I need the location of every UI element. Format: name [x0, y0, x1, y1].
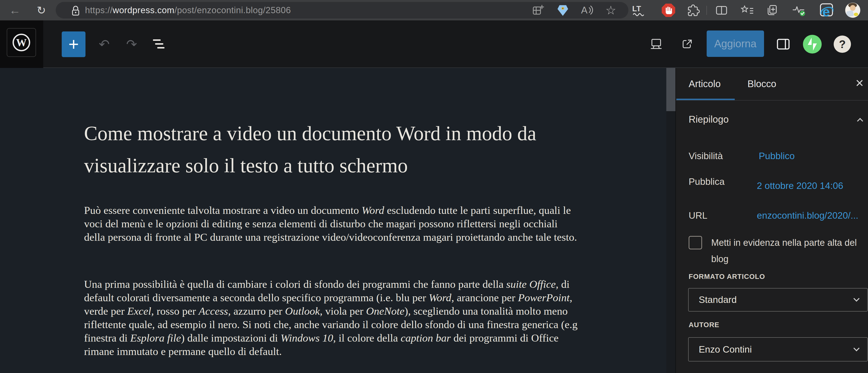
- settings-sidebar-toggle[interactable]: [771, 21, 795, 68]
- extensions-icon[interactable]: [683, 0, 704, 21]
- svg-text:A: A: [581, 5, 588, 15]
- browser-refresh-button[interactable]: ↻: [32, 0, 51, 21]
- address-bar[interactable]: https://wordpress.com/post/enzocontini.b…: [56, 2, 628, 19]
- chevron-down-icon: [854, 296, 859, 302]
- browser-essentials-icon[interactable]: [788, 0, 810, 21]
- author-value: Enzo Contini: [699, 344, 752, 355]
- close-sidebar-icon[interactable]: ×: [856, 76, 864, 90]
- add-favorite-star-icon[interactable]: ☆: [600, 2, 621, 19]
- profile-avatar[interactable]: [845, 3, 860, 18]
- post-format-value: Standard: [699, 294, 737, 305]
- post-format-select[interactable]: Standard: [688, 288, 868, 312]
- summary-panel-title[interactable]: Riepilogo: [689, 114, 729, 125]
- canvas-scrollbar[interactable]: [666, 68, 676, 373]
- visibility-label: Visibilità: [689, 151, 723, 161]
- redo-button[interactable]: ↷: [121, 21, 143, 68]
- preview-device-button[interactable]: [644, 21, 668, 68]
- author-label: AUTORE: [689, 321, 719, 329]
- adblock-extension-icon[interactable]: [658, 0, 679, 21]
- stop-hand-icon: [662, 4, 675, 17]
- tab-articolo[interactable]: Articolo: [689, 79, 720, 89]
- url-domain: wordpress.com: [113, 5, 174, 15]
- ie-mode-icon[interactable]: e: [816, 0, 838, 21]
- wordpress-editor-window: ← ↻ https://wordpress.com/post/enzoconti…: [0, 0, 868, 373]
- author-select[interactable]: Enzo Contini: [688, 337, 868, 362]
- view-post-external-button[interactable]: [675, 21, 699, 68]
- sticky-post-row: Metti in evidenza nella parte alta del b…: [689, 235, 868, 267]
- languagetool-extension-icon[interactable]: LT: [628, 0, 649, 21]
- collections-icon[interactable]: [762, 0, 782, 21]
- chevron-up-icon[interactable]: [857, 118, 863, 124]
- url-text[interactable]: https://wordpress.com/post/enzocontini.b…: [85, 2, 291, 19]
- browser-toolbar: ← ↻ https://wordpress.com/post/enzoconti…: [0, 0, 868, 21]
- editor-top-bar: W + ↶ ↷ Aggiorna: [0, 21, 868, 68]
- help-button[interactable]: ?: [834, 35, 851, 53]
- wordpress-logo-button[interactable]: W: [7, 28, 36, 57]
- post-canvas[interactable]: Come mostrare a video un documento Word …: [0, 68, 666, 373]
- undo-button[interactable]: ↶: [93, 21, 115, 68]
- publish-label: Pubblica: [689, 177, 725, 187]
- jetpack-icon[interactable]: [803, 35, 822, 54]
- post-url-link[interactable]: enzocontini.blog/2020/...: [757, 210, 858, 221]
- publish-date-link[interactable]: 2 ottobre 2020 14:06: [757, 181, 843, 191]
- svg-text:LT: LT: [632, 4, 641, 13]
- post-paragraph[interactable]: Una prima possibilità è quella di cambia…: [84, 277, 579, 358]
- sticky-post-checkbox[interactable]: [689, 236, 702, 249]
- post-title[interactable]: Come mostrare a video un documento Word …: [84, 117, 591, 182]
- settings-sidebar: Articolo Blocco × Riepilogo Visibilità P…: [676, 68, 868, 373]
- post-format-label: FORMATO ARTICOLO: [689, 273, 765, 281]
- lock-icon[interactable]: [71, 5, 81, 16]
- url-scheme: https://: [85, 5, 113, 15]
- shopping-icon[interactable]: [552, 2, 574, 19]
- svg-text:W: W: [16, 37, 27, 49]
- document-overview-button[interactable]: [147, 21, 170, 68]
- block-inserter-button[interactable]: +: [62, 31, 86, 57]
- tabs-divider: [676, 100, 868, 100]
- shopping-tag-icon: [557, 4, 568, 16]
- url-path: /post/enzocontini.blog/25806: [174, 5, 291, 15]
- scrollbar-thumb[interactable]: [666, 68, 676, 111]
- read-aloud-icon[interactable]: A: [576, 2, 597, 19]
- wordpress-logo-block: W: [0, 21, 43, 68]
- browser-back-button[interactable]: ←: [5, 0, 25, 21]
- tab-blocco[interactable]: Blocco: [747, 79, 776, 89]
- visibility-value-link[interactable]: Pubblico: [759, 151, 795, 161]
- toolbar-divider: [706, 6, 707, 15]
- chevron-down-icon: [854, 345, 859, 351]
- post-paragraph[interactable]: Può essere conveniente talvolta mostrare…: [84, 204, 579, 244]
- url-label: URL: [689, 210, 707, 221]
- sticky-post-label: Metti in evidenza nella parte alta del b…: [711, 238, 857, 264]
- favorites-icon[interactable]: [737, 0, 758, 21]
- split-screen-icon[interactable]: [711, 0, 732, 21]
- workspaces-icon[interactable]: [528, 2, 549, 19]
- update-button[interactable]: Aggiorna: [707, 30, 764, 57]
